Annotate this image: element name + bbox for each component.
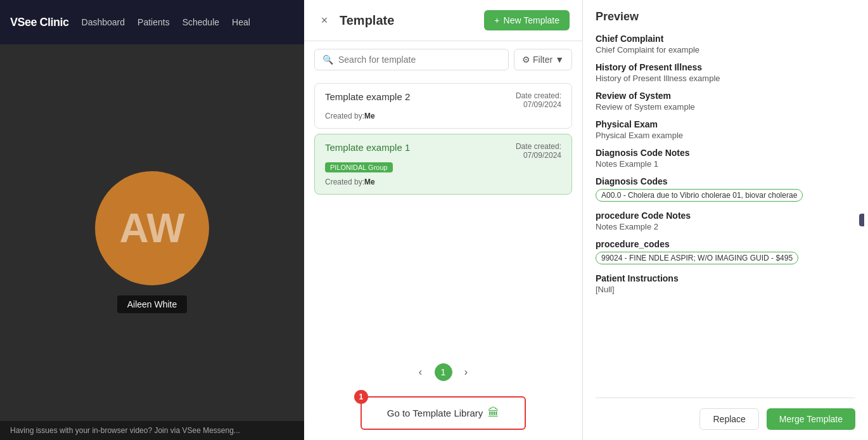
app-logo: VSee Clinic [10,16,69,29]
template-header: × Template + New Template [304,0,582,41]
patient-background: AW Aileen White [0,44,304,440]
nav-schedule[interactable]: Schedule [182,17,219,27]
search-input[interactable] [338,55,501,65]
search-icon: 🔍 [322,55,333,65]
preview-title: Preview [596,10,855,23]
template-list-item[interactable]: Template example 1Date created:07/09/202… [314,134,572,195]
pagination: ‹ 1 › [304,356,582,389]
template-date: Date created:07/09/2024 [516,142,561,160]
filter-label: Filter [533,55,552,65]
template-list-item[interactable]: Template example 2Date created:07/09/202… [314,83,572,129]
patient-name-badge: Aileen White [117,295,188,313]
preview-value: [Null] [596,285,855,294]
preview-content: Chief ComplaintChief Complaint for examp… [596,34,855,398]
preview-value: Notes Example 2 [596,222,855,231]
preview-label: procedure_codes [596,239,855,249]
panel-title: Template [340,13,394,28]
preview-panel: Preview Chief ComplaintChief Complaint f… [583,0,868,440]
preview-value: Physical Exam example [596,131,855,140]
new-template-label: New Template [504,15,559,25]
page-1-button[interactable]: 1 [435,363,452,381]
prev-page-button[interactable]: ‹ [412,363,430,381]
nav-heal[interactable]: Heal [232,17,250,27]
nav-patients[interactable]: Patients [137,17,170,27]
logo-green: VSee [10,16,37,29]
feedback-tab[interactable] [859,214,864,226]
template-item-header: Template example 2Date created:07/09/202… [325,91,561,109]
preview-label: Diagnosis Code Notes [596,148,855,158]
template-library-section: 1 Go to Template Library 🏛 [304,389,582,440]
preview-label: Physical Exam [596,119,855,129]
preview-label: Review of System [596,91,855,101]
library-icon: 🏛 [488,406,499,420]
template-list: Template example 2Date created:07/09/202… [304,78,582,356]
header-left: × Template [317,13,394,28]
search-filter-row: 🔍 ⚙ Filter ▼ [304,41,582,78]
template-tag: PILONIDAL Group [325,162,393,172]
modal-overlay: × Template + New Template 🔍 ⚙ Filter ▼ T… [304,0,868,440]
filter-button[interactable]: ⚙ Filter ▼ [514,49,572,70]
library-btn-wrapper: 1 Go to Template Library 🏛 [361,396,526,430]
preview-tag: A00.0 - Cholera due to Vibrio cholerae 0… [596,189,803,202]
go-to-library-button[interactable]: Go to Template Library 🏛 [361,396,526,430]
search-box: 🔍 [314,49,509,70]
template-item-header: Template example 1Date created:07/09/202… [325,142,561,160]
merge-template-button[interactable]: Merge Template [767,408,855,430]
next-page-button[interactable]: › [457,363,475,381]
preview-value: Review of System example [596,102,855,112]
close-button[interactable]: × [317,13,332,28]
template-name: Template example 1 [325,142,410,153]
template-date: Date created:07/09/2024 [516,91,561,109]
preview-label: Diagnosis Codes [596,176,855,186]
filter-icon: ⚙ [522,55,530,65]
new-template-icon: + [494,15,499,25]
preview-value: Notes Example 1 [596,159,855,169]
replace-button[interactable]: Replace [699,408,758,430]
library-badge: 1 [354,390,368,404]
new-template-button[interactable]: + New Template [484,10,570,30]
preview-footer: Replace Merge Template [596,398,855,430]
nav-dashboard[interactable]: Dashboard [82,17,125,27]
template-panel: × Template + New Template 🔍 ⚙ Filter ▼ T… [304,0,583,440]
preview-value: Chief Complaint for example [596,45,855,55]
avatar: AW [95,171,209,285]
preview-label: Chief Complaint [596,34,855,44]
preview-label: Patient Instructions [596,273,855,283]
preview-label: History of Present Illness [596,62,855,72]
preview-tag: 99024 - FINE NDLE ASPIR; W/O IMAGING GUI… [596,252,798,264]
template-created-by: Created by:Me [325,178,561,186]
logo-white: Clinic [40,16,69,29]
top-nav: VSee Clinic Dashboard Patients Schedule … [0,0,304,44]
template-created-by: Created by:Me [325,112,561,120]
preview-label: procedure Code Notes [596,210,855,221]
template-name: Template example 2 [325,91,410,102]
library-label: Go to Template Library [387,408,483,418]
preview-value: History of Present Illness example [596,74,855,83]
chevron-down-icon: ▼ [555,55,564,65]
patient-footer: Having issues with your in-browser video… [0,421,304,440]
